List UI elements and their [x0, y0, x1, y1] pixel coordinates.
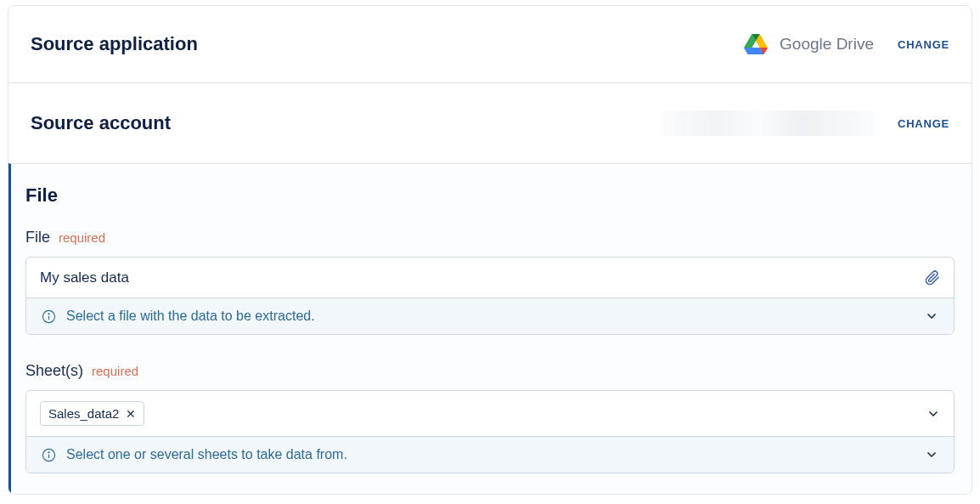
info-icon	[42, 448, 56, 462]
sheet-chip[interactable]: Sales_data2 ✕	[40, 401, 144, 426]
file-field-label-row: File required	[25, 229, 955, 246]
sheets-field-label-row: Sheet(s) required	[25, 362, 955, 380]
sheets-field-combo: Sales_data2 ✕ Select one or several shee…	[25, 390, 955, 473]
sheets-field-hint-row[interactable]: Select one or several sheets to take dat…	[26, 437, 954, 473]
source-application-title: Source application	[31, 33, 198, 55]
sheets-field-required: required	[92, 364, 138, 378]
file-field-label: File	[25, 229, 50, 246]
change-source-account-button[interactable]: CHANGE	[898, 117, 949, 130]
file-input[interactable]	[40, 269, 916, 286]
file-field-required: required	[59, 230, 105, 245]
file-field-hint: Select a file with the data to be extrac…	[66, 309, 315, 324]
source-application-right: Google Drive CHANGE	[744, 34, 949, 55]
file-section-title: File	[25, 184, 955, 207]
source-application-value: Google Drive	[744, 34, 874, 55]
source-account-title: Source account	[31, 112, 171, 134]
file-config-section: File File required Select a file with th…	[8, 163, 972, 494]
source-application-section: Source application Google Drive CHANGE	[8, 6, 972, 82]
attachment-icon[interactable]	[925, 270, 940, 286]
sheets-field-label: Sheet(s)	[25, 362, 83, 380]
info-icon	[42, 309, 56, 324]
google-drive-icon	[744, 34, 768, 55]
chevron-down-icon[interactable]	[925, 448, 938, 462]
chevron-down-icon[interactable]	[926, 407, 940, 421]
chevron-down-icon[interactable]	[925, 309, 938, 323]
svg-point-5	[48, 451, 49, 452]
sheets-field-hint: Select one or several sheets to take dat…	[66, 447, 347, 462]
source-account-right: CHANGE	[663, 110, 949, 136]
sheets-field-input-row[interactable]: Sales_data2 ✕	[26, 391, 954, 437]
source-application-name: Google Drive	[780, 35, 874, 54]
config-card: Source application Google Drive CHANGE	[8, 5, 972, 495]
svg-point-2	[48, 313, 49, 314]
source-account-section: Source account CHANGE	[8, 82, 972, 163]
source-account-value-redacted	[663, 110, 874, 136]
sheet-chip-label: Sales_data2	[48, 406, 119, 421]
file-field-combo: Select a file with the data to be extrac…	[25, 257, 955, 335]
change-source-app-button[interactable]: CHANGE	[898, 38, 949, 51]
close-icon[interactable]: ✕	[126, 407, 136, 421]
file-field-input-row[interactable]	[26, 258, 954, 298]
file-field-hint-row[interactable]: Select a file with the data to be extrac…	[26, 298, 954, 334]
